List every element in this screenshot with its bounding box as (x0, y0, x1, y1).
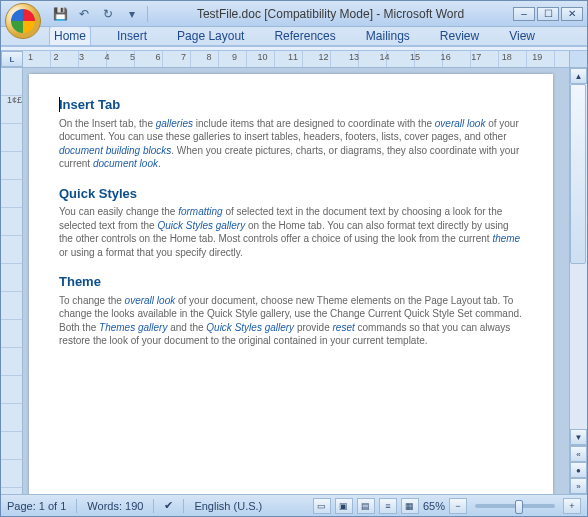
status-language[interactable]: English (U.S.) (194, 500, 262, 512)
tab-selector[interactable]: L (1, 51, 23, 67)
window-title: TestFile.doc [Compatibility Mode] - Micr… (148, 7, 513, 21)
window-controls: – ☐ ✕ (513, 7, 583, 21)
scroll-up-button[interactable]: ▲ (570, 68, 587, 84)
hyperlink[interactable]: galleries (156, 118, 193, 129)
zoom-level[interactable]: 65% (423, 500, 445, 512)
hyperlink[interactable]: Quick Styles gallery (157, 220, 245, 231)
quick-access-toolbar: 💾 ↶ ↻ ▾ (51, 5, 148, 23)
section-heading: Quick Styles (59, 185, 523, 203)
hyperlink[interactable]: Quick Styles gallery (206, 322, 294, 333)
zoom-out-button[interactable]: − (449, 498, 467, 514)
browse-nav: « ● » (570, 445, 587, 494)
tab-review[interactable]: Review (436, 27, 483, 45)
status-right: ▭ ▣ ▤ ≡ ▦ 65% − + (313, 498, 581, 514)
tab-references[interactable]: References (270, 27, 339, 45)
status-bar: Page: 1 of 1 Words: 190 ✔ English (U.S.)… (1, 494, 587, 516)
titlebar: 💾 ↶ ↻ ▾ TestFile.doc [Compatibility Mode… (1, 1, 587, 27)
tab-insert[interactable]: Insert (113, 27, 151, 45)
hyperlink[interactable]: Themes gallery (99, 322, 167, 333)
status-sep (183, 499, 184, 513)
hyperlink[interactable]: document look (93, 158, 158, 169)
next-page-button[interactable]: » (570, 478, 587, 494)
app-window: 💾 ↶ ↻ ▾ TestFile.doc [Compatibility Mode… (0, 0, 588, 517)
redo-button[interactable]: ↻ (99, 5, 117, 23)
section-paragraph: On the Insert tab, the galleries include… (59, 117, 523, 171)
status-words[interactable]: Words: 190 (87, 500, 143, 512)
hyperlink[interactable]: reset (332, 322, 354, 333)
section-heading: Insert Tab (59, 96, 523, 114)
scroll-down-button[interactable]: ▼ (570, 429, 587, 445)
hyperlink[interactable]: formatting (178, 206, 222, 217)
status-sep (153, 499, 154, 513)
hyperlink[interactable]: overall look (125, 295, 176, 306)
scroll-thumb[interactable] (570, 84, 586, 264)
status-page[interactable]: Page: 1 of 1 (7, 500, 66, 512)
view-print-layout[interactable]: ▭ (313, 498, 331, 514)
save-button[interactable]: 💾 (51, 5, 69, 23)
browse-object-button[interactable]: ● (570, 462, 587, 478)
section-paragraph: To change the overall look of your docum… (59, 294, 523, 348)
zoom-slider[interactable] (475, 504, 555, 508)
document-page[interactable]: Insert TabOn the Insert tab, the galleri… (29, 74, 553, 494)
tab-mailings[interactable]: Mailings (362, 27, 414, 45)
customize-qat-button[interactable]: ▾ (123, 5, 141, 23)
minimize-button[interactable]: – (513, 7, 535, 21)
undo-button[interactable]: ↶ (75, 5, 93, 23)
section-heading: Theme (59, 273, 523, 291)
text-cursor (59, 97, 60, 112)
scroll-track[interactable] (570, 84, 587, 429)
prev-page-button[interactable]: « (570, 446, 587, 462)
hyperlink[interactable]: theme (492, 233, 520, 244)
tab-page-layout[interactable]: Page Layout (173, 27, 248, 45)
hyperlink[interactable]: document building blocks (59, 145, 171, 156)
close-button[interactable]: ✕ (561, 7, 583, 21)
ribbon-tabs: Home Insert Page Layout References Maili… (1, 27, 587, 47)
view-full-screen[interactable]: ▣ (335, 498, 353, 514)
vertical-ruler[interactable] (1, 68, 23, 494)
view-web-layout[interactable]: ▤ (357, 498, 375, 514)
view-outline[interactable]: ≡ (379, 498, 397, 514)
vertical-scrollbar[interactable]: ▲ ▼ « ● » (569, 68, 587, 494)
horizontal-ruler[interactable] (23, 51, 569, 67)
section-paragraph: You can easily change the formatting of … (59, 205, 523, 259)
tab-home[interactable]: Home (49, 26, 91, 45)
ruler-row: L (1, 51, 587, 68)
zoom-in-button[interactable]: + (563, 498, 581, 514)
office-button[interactable] (5, 3, 41, 39)
hyperlink[interactable]: overall look (435, 118, 486, 129)
tab-view[interactable]: View (505, 27, 539, 45)
content-row: Insert TabOn the Insert tab, the galleri… (1, 68, 587, 494)
status-sep (76, 499, 77, 513)
ruler-corner-right (569, 51, 587, 67)
view-draft[interactable]: ▦ (401, 498, 419, 514)
status-proofing-icon[interactable]: ✔ (164, 499, 173, 512)
document-area[interactable]: Insert TabOn the Insert tab, the galleri… (23, 68, 569, 494)
maximize-button[interactable]: ☐ (537, 7, 559, 21)
office-logo-icon (11, 9, 35, 33)
